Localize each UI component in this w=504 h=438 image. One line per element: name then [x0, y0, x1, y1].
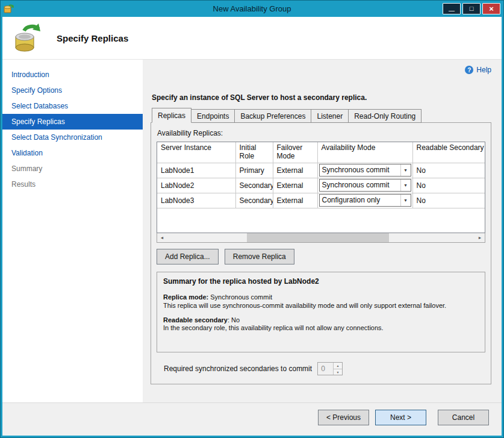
close-button[interactable]: × [482, 3, 500, 14]
col-failover-mode: Failover Mode [273, 142, 317, 163]
instruction-text: Specify an instance of SQL Server to hos… [152, 93, 491, 102]
replica-row-labnode1[interactable]: LabNode1 Primary External Synchronous co… [157, 163, 485, 178]
col-initial-role: Initial Role [235, 142, 273, 163]
replica-mode-description: This replica will use synchronous-commit… [163, 302, 479, 310]
cell-readable: No [412, 193, 485, 208]
wizard-footer: < Previous Next > Cancel [2, 402, 502, 436]
cell-failover: External [273, 178, 317, 193]
spinner-value: 0 [318, 363, 333, 375]
tab-endpoints[interactable]: Endpoints [191, 109, 235, 123]
availability-replicas-grid: Server Instance Initial Role Failover Mo… [157, 142, 485, 233]
close-icon: × [489, 5, 494, 13]
availability-mode-dropdown[interactable]: Synchronous commit ▾ [319, 164, 411, 177]
replica-summary-box: Summary for the replica hosted by LabNod… [157, 272, 485, 352]
spinner-down-icon: ▾ [334, 369, 342, 375]
spinner-up-icon: ▴ [334, 363, 342, 369]
sidebar-item-introduction[interactable]: Introduction [2, 67, 143, 83]
readable-secondary-label: Readable secondary [163, 316, 228, 324]
replica-mode-label: Replica mode: [163, 293, 208, 301]
next-button[interactable]: Next > [375, 410, 426, 425]
sidebar-item-select-data-synchronization[interactable]: Select Data Synchronization [2, 130, 143, 145]
cell-failover: External [273, 163, 317, 178]
cell-server: LabNode1 [157, 163, 235, 178]
wizard-content: ? Help Specify an instance of SQL Server… [143, 60, 502, 402]
required-secondaries-label: Required synchronized secondaries to com… [164, 364, 312, 373]
cell-server: LabNode3 [157, 193, 235, 208]
availability-mode-dropdown[interactable]: Synchronous commit ▾ [319, 179, 411, 192]
readable-secondary-description: In the secondary role, this availability… [163, 324, 479, 333]
cell-failover: External [273, 193, 317, 208]
cell-server: LabNode2 [157, 178, 235, 193]
cell-role: Primary [235, 163, 273, 178]
replica-mode-value: Synchronous commit [208, 293, 272, 301]
horizontal-scrollbar[interactable]: ◄ ► [157, 233, 485, 243]
dropdown-value: Synchronous commit [320, 180, 400, 191]
col-readable-secondary: Readable Secondary [412, 142, 485, 163]
required-secondaries-row: Required synchronized secondaries to com… [157, 362, 485, 375]
maximize-icon: □ [470, 5, 474, 12]
availability-mode-dropdown[interactable]: Configuration only ▾ [319, 194, 411, 207]
replica-row-labnode2[interactable]: LabNode2 Secondary External Synchronous … [157, 178, 485, 193]
maximize-button[interactable]: □ [462, 3, 481, 14]
window-controls: — □ × [443, 3, 500, 14]
cell-readable: No [412, 178, 485, 193]
dropdown-value: Synchronous commit [320, 164, 400, 176]
remove-replica-button[interactable]: Remove Replica [225, 249, 294, 264]
window-frame: Specify Replicas Introduction Specify Op… [2, 17, 502, 436]
dropdown-value: Configuration only [320, 195, 400, 206]
scroll-left-icon[interactable]: ◄ [157, 233, 167, 242]
chevron-down-icon[interactable]: ▾ [400, 195, 411, 206]
scroll-right-icon[interactable]: ► [475, 233, 485, 242]
sidebar-item-validation[interactable]: Validation [2, 145, 143, 161]
sidebar-item-specify-replicas[interactable]: Specify Replicas [2, 114, 143, 130]
title-bar: New Availability Group — □ × [1, 1, 503, 17]
chevron-down-icon[interactable]: ▾ [400, 180, 411, 191]
cell-role: Secondary [235, 193, 273, 208]
readable-secondary-value: : No [228, 316, 240, 324]
cell-role: Secondary [235, 178, 273, 193]
spinner-buttons: ▴ ▾ [333, 363, 342, 375]
col-availability-mode: Availability Mode [317, 142, 412, 163]
previous-button[interactable]: < Previous [318, 410, 369, 425]
tab-replicas[interactable]: Replicas [152, 108, 191, 123]
help-label: Help [476, 66, 491, 74]
tab-listener[interactable]: Listener [311, 109, 349, 123]
replicas-tab-panel: Availability Replicas: Server Instance I… [151, 122, 491, 384]
help-link[interactable]: ? Help [151, 64, 491, 75]
chevron-down-icon[interactable]: ▾ [400, 164, 411, 176]
minimize-button[interactable]: — [443, 3, 461, 14]
add-replica-button[interactable]: Add Replica... [157, 249, 219, 264]
sidebar-item-results: Results [2, 177, 143, 192]
sidebar-item-summary: Summary [2, 161, 143, 177]
grid-caption: Availability Replicas: [157, 129, 485, 137]
tab-strip: Replicas Endpoints Backup Preferences Li… [151, 109, 491, 123]
col-server-instance: Server Instance [157, 142, 235, 163]
cancel-button[interactable]: Cancel [438, 410, 489, 425]
new-availability-group-window: New Availability Group — □ × Specify Rep… [0, 0, 504, 438]
tab-read-only-routing[interactable]: Read-Only Routing [348, 109, 422, 123]
window-title: New Availability Group [1, 4, 503, 13]
grid-header-row: Server Instance Initial Role Failover Mo… [157, 142, 485, 163]
sidebar-item-specify-options[interactable]: Specify Options [2, 83, 143, 98]
app-icon [4, 4, 14, 14]
required-secondaries-spinner: 0 ▴ ▾ [317, 362, 343, 375]
wizard-steps-sidebar: Introduction Specify Options Select Data… [2, 60, 143, 402]
help-icon: ? [465, 66, 473, 74]
summary-title: Summary for the replica hosted by LabNod… [163, 277, 479, 286]
availability-group-icon [12, 22, 43, 54]
tab-backup-preferences[interactable]: Backup Preferences [234, 109, 311, 123]
scrollbar-track[interactable] [167, 233, 475, 242]
replica-row-labnode3[interactable]: LabNode3 Secondary External Configuratio… [157, 193, 485, 208]
minimize-icon: — [449, 8, 455, 14]
cell-readable: No [412, 163, 485, 178]
sidebar-item-select-databases[interactable]: Select Databases [2, 98, 143, 114]
page-title: Specify Replicas [57, 33, 128, 43]
wizard-header: Specify Replicas [2, 17, 502, 60]
scrollbar-thumb[interactable] [247, 233, 389, 242]
